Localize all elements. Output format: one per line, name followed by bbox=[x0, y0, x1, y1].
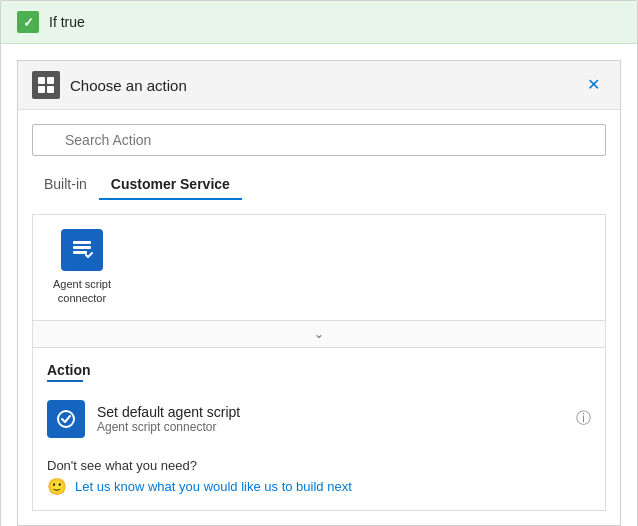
outer-container: ✓ If true Choose an action ✕ bbox=[0, 0, 638, 526]
action-row-set-default[interactable]: Set default agent script Agent script co… bbox=[47, 394, 591, 444]
svg-rect-3 bbox=[47, 86, 54, 93]
action-sub: Agent script connector bbox=[97, 420, 240, 434]
smile-icon: 🙂 bbox=[47, 477, 67, 496]
modal-header: Choose an action ✕ bbox=[18, 61, 620, 110]
chevron-down-icon: ⌄ bbox=[314, 327, 324, 341]
modal-container: Choose an action ✕ 🔍 Built-in Customer S… bbox=[17, 60, 621, 526]
tab-built-in[interactable]: Built-in bbox=[32, 170, 99, 200]
action-set-default-icon bbox=[47, 400, 85, 438]
svg-rect-0 bbox=[38, 77, 45, 84]
action-name: Set default agent script bbox=[97, 404, 240, 420]
search-input[interactable] bbox=[32, 124, 606, 156]
svg-rect-4 bbox=[73, 241, 91, 244]
feedback-section: Don't see what you need? 🙂 Let us know w… bbox=[47, 458, 591, 496]
action-title-underline bbox=[47, 380, 83, 382]
action-connector-icon bbox=[32, 71, 60, 99]
modal-title: Choose an action bbox=[70, 77, 187, 94]
modal-body: 🔍 Built-in Customer Service bbox=[18, 110, 620, 525]
chevron-expand-bar[interactable]: ⌄ bbox=[32, 321, 606, 348]
connector-agent-script[interactable]: Agent script connector bbox=[47, 229, 117, 306]
modal-close-button[interactable]: ✕ bbox=[581, 75, 606, 95]
connectors-section: Agent script connector bbox=[32, 214, 606, 321]
action-text: Set default agent script Agent script co… bbox=[97, 404, 240, 434]
connector-icon bbox=[61, 229, 103, 271]
feedback-row: 🙂 Let us know what you would like us to … bbox=[47, 477, 591, 496]
action-section: Action Set default agent script Agent s bbox=[32, 348, 606, 511]
svg-rect-5 bbox=[73, 246, 91, 249]
svg-point-7 bbox=[58, 411, 74, 427]
feedback-link[interactable]: Let us know what you would like us to bu… bbox=[75, 479, 352, 494]
feedback-label: Don't see what you need? bbox=[47, 458, 591, 473]
action-section-title: Action bbox=[47, 362, 591, 378]
if-true-label: If true bbox=[49, 14, 85, 30]
svg-rect-2 bbox=[38, 86, 45, 93]
check-icon: ✓ bbox=[17, 11, 39, 33]
if-true-bar: ✓ If true bbox=[1, 1, 637, 44]
search-wrapper: 🔍 bbox=[32, 124, 606, 156]
svg-rect-6 bbox=[73, 251, 87, 254]
svg-rect-1 bbox=[47, 77, 54, 84]
modal-header-left: Choose an action bbox=[32, 71, 187, 99]
connector-label: Agent script connector bbox=[47, 277, 117, 306]
action-row-left: Set default agent script Agent script co… bbox=[47, 400, 240, 438]
tab-customer-service[interactable]: Customer Service bbox=[99, 170, 242, 200]
info-icon[interactable]: ⓘ bbox=[576, 409, 591, 428]
tabs: Built-in Customer Service bbox=[32, 170, 606, 200]
